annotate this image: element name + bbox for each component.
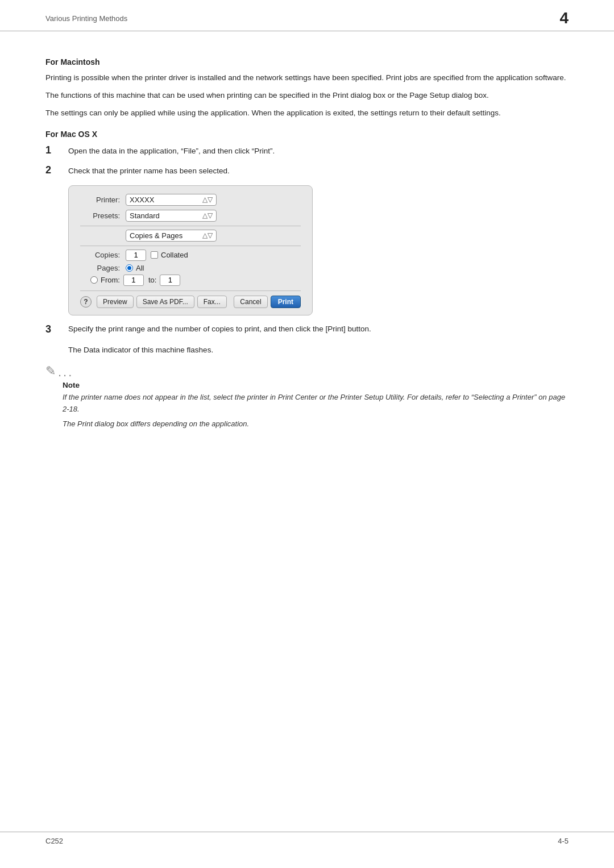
to-label: to: [148, 276, 156, 284]
print-dialog: Printer: XXXXX △▽ Presets: Standard △▽ [68, 185, 313, 315]
pages-to-input[interactable] [160, 275, 180, 286]
note-dots: ... [58, 365, 73, 380]
main-content: For Macintosh Printing is possible when … [0, 31, 614, 470]
para3: The settings can only be applied while u… [45, 107, 569, 119]
help-button[interactable]: ? [80, 296, 92, 308]
step-2-text: Check that the printer name has been sel… [68, 164, 230, 177]
dialog-toolbar: ? Preview Save As PDF... Fax... Cancel P… [80, 290, 301, 308]
step-1-number: 1 [45, 144, 68, 156]
presets-row: Presets: Standard △▽ [80, 210, 301, 222]
print-button[interactable]: Print [271, 296, 301, 308]
pages-label: Pages: [80, 264, 120, 272]
copies-pages-value: Copies & Pages [130, 231, 182, 240]
para1: Printing is possible when the printer dr… [45, 72, 569, 84]
presets-value: Standard [130, 211, 160, 220]
note-pen-icon: ✎ [45, 364, 56, 379]
collated-label: Collated [161, 251, 188, 259]
pages-all-label: All [136, 264, 144, 272]
cancel-button[interactable]: Cancel [234, 296, 267, 308]
collated-checkbox[interactable] [151, 251, 158, 259]
step-2-number: 2 [45, 164, 68, 176]
copies-label: Copies: [80, 251, 120, 259]
page: Various Printing Methods 4 For Macintosh… [0, 0, 614, 868]
for-macosx-heading: For Mac OS X [45, 130, 569, 139]
fax-button[interactable]: Fax... [197, 296, 227, 308]
printer-value: XXXXX [130, 196, 154, 204]
note-text-1: If the printer name does not appear in t… [63, 392, 569, 414]
page-header: Various Printing Methods 4 [0, 0, 614, 31]
step-1-text: Open the data in the application, “File”… [68, 144, 275, 157]
copies-pages-row: Copies & Pages △▽ [80, 230, 301, 242]
copies-input[interactable] [126, 250, 146, 261]
note-box: ✎ ... Note If the printer name does not … [45, 365, 569, 429]
pages-from-radio[interactable] [90, 276, 98, 284]
for-macintosh-heading: For Macintosh [45, 57, 569, 67]
pages-all-row: Pages: All [80, 264, 301, 272]
printer-select[interactable]: XXXXX △▽ [126, 194, 217, 206]
footer-model: C252 [45, 837, 63, 845]
from-label: From: [101, 276, 120, 284]
preview-button[interactable]: Preview [97, 296, 134, 308]
step-2: 2 Check that the printer name has been s… [45, 164, 569, 177]
pages-from-input[interactable] [123, 275, 144, 286]
presets-select[interactable]: Standard △▽ [126, 210, 217, 222]
presets-arrow-icon: △▽ [202, 211, 213, 219]
para2: The functions of this machine that can b… [45, 90, 569, 102]
step-3-subtext: The Data indicator of this machine flash… [68, 346, 213, 354]
note-text-2: The Print dialog box differs depending o… [63, 418, 569, 430]
footer-page: 4-5 [558, 837, 569, 845]
save-as-pdf-button[interactable]: Save As PDF... [136, 296, 194, 308]
page-footer: C252 4-5 [0, 832, 614, 845]
presets-label: Presets: [80, 211, 120, 220]
step-3-number: 3 [45, 323, 68, 335]
copies-input-row: Copies: Collated [80, 250, 301, 261]
note-icon-area: ✎ ... [45, 365, 569, 380]
section-title: Various Printing Methods [45, 14, 127, 23]
printer-row: Printer: XXXXX △▽ [80, 194, 301, 206]
step-3-text: Specify the print range and the number o… [68, 323, 371, 333]
printer-arrow-icon: △▽ [202, 196, 213, 203]
copies-pages-select[interactable]: Copies & Pages △▽ [126, 230, 217, 242]
copies-pages-arrow-icon: △▽ [202, 231, 213, 239]
note-label: Note [63, 381, 569, 389]
dialog-divider-1 [80, 226, 301, 226]
pages-from-row: From: to: [90, 275, 301, 286]
step-3: 3 Specify the print range and the number… [45, 323, 569, 356]
chapter-number: 4 [559, 10, 569, 26]
step-3-content: Specify the print range and the number o… [68, 323, 371, 356]
pages-all-radio[interactable] [126, 264, 133, 272]
dialog-divider-2 [80, 246, 301, 246]
step-1: 1 Open the data in the application, “Fil… [45, 144, 569, 157]
printer-label: Printer: [80, 196, 120, 204]
